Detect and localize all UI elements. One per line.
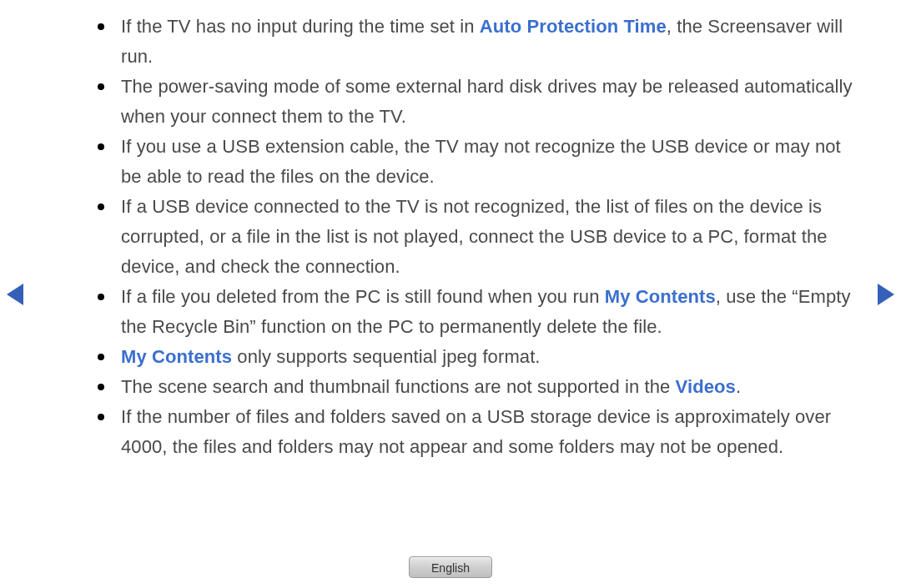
manual-page: If the TV has no input during the time s… xyxy=(0,0,901,588)
body-text: The power-saving mode of some external h… xyxy=(121,76,853,127)
highlight-text: My Contents xyxy=(605,286,716,307)
body-text: If a USB device connected to the TV is n… xyxy=(121,196,828,277)
bullet-item: My Contents only supports sequential jpe… xyxy=(88,342,855,372)
bullet-item: The scene search and thumbnail functions… xyxy=(88,372,855,402)
highlight-text: My Contents xyxy=(121,346,232,367)
bullet-item: If a USB device connected to the TV is n… xyxy=(88,192,855,282)
bullet-list: If the TV has no input during the time s… xyxy=(88,12,855,462)
body-text: If a file you deleted from the PC is sti… xyxy=(121,286,605,307)
highlight-text: Auto Protection Time xyxy=(480,16,667,37)
bullet-item: If the TV has no input during the time s… xyxy=(88,12,855,72)
bullet-item: The power-saving mode of some external h… xyxy=(88,72,855,132)
highlight-text: Videos xyxy=(676,376,736,397)
bullet-item: If a file you deleted from the PC is sti… xyxy=(88,282,855,342)
prev-page-arrow[interactable] xyxy=(7,284,23,305)
bullet-item: If you use a USB extension cable, the TV… xyxy=(88,132,855,192)
language-button[interactable]: English xyxy=(409,556,492,578)
body-text: If you use a USB extension cable, the TV… xyxy=(121,136,841,187)
bullet-item: If the number of files and folders saved… xyxy=(88,402,855,462)
body-text: If the TV has no input during the time s… xyxy=(121,16,480,37)
body-text: The scene search and thumbnail functions… xyxy=(121,376,676,397)
body-text: If the number of files and folders saved… xyxy=(121,406,831,457)
content-area: If the TV has no input during the time s… xyxy=(88,12,855,462)
body-text: . xyxy=(736,376,741,397)
body-text: only supports sequential jpeg format. xyxy=(232,346,540,367)
next-page-arrow[interactable] xyxy=(878,284,894,305)
